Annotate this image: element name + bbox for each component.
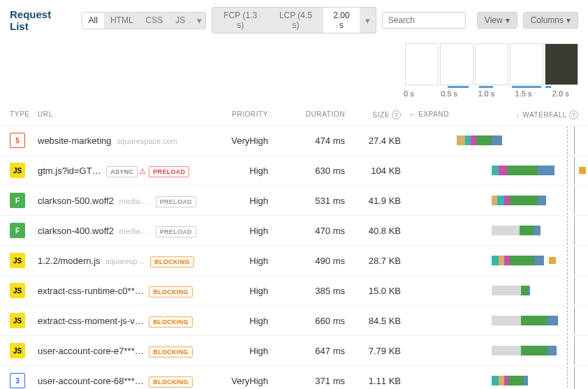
metric-group: FCP (1.3 s) LCP (4.5 s) 2.00 s ▾ [212, 7, 376, 34]
duration-cell: 371 ms [282, 376, 345, 386]
request-url: clarkson-500.woff2 [38, 196, 114, 206]
request-url: extract-css-moment-js-v… [38, 316, 144, 326]
url-cell: clarkson-500.woff2 media-… PRELOAD [38, 196, 219, 206]
filter-more-dropdown[interactable]: ▾ [191, 13, 206, 29]
filmstrip-frame[interactable] [475, 43, 508, 85]
request-domain: media-… [119, 227, 151, 235]
warning-icon: ⚠ [139, 167, 146, 175]
priority-cell: High [219, 346, 282, 356]
size-cell: 28.7 KB [345, 256, 401, 266]
duration-cell: 490 ms [282, 256, 345, 266]
filter-css[interactable]: CSS [140, 13, 170, 29]
table-row[interactable]: JS user-account-core-e7***… BLOCKING Hig… [0, 336, 588, 366]
waterfall-cell[interactable] [457, 133, 578, 147]
header-type[interactable]: TYPE [10, 110, 38, 119]
waterfall-cell[interactable] [457, 193, 578, 207]
tag-preload: PRELOAD [156, 226, 196, 237]
filter-js[interactable]: JS [169, 13, 191, 29]
search-input[interactable] [382, 12, 466, 29]
chevron-down-icon: ▾ [566, 15, 571, 25]
table-row[interactable]: 5 website-marketing squarespace.com Very… [0, 126, 588, 156]
request-url: extract-css-runtime-c0**… [38, 286, 144, 296]
request-domain: squarespace.com [117, 137, 177, 145]
type-badge: JS [10, 313, 25, 328]
filmstrip-frame[interactable] [545, 43, 578, 85]
help-icon[interactable]: ? [569, 110, 578, 119]
request-domain: media-… [119, 197, 151, 205]
priority-cell: High [219, 256, 282, 266]
table-row[interactable]: JS gtm.js?id=GT… ASYNC⚠PRELOAD High 630 … [0, 156, 588, 186]
type-badge: F [10, 193, 25, 208]
waterfall-cell[interactable] [457, 314, 578, 328]
priority-cell: High [219, 286, 282, 296]
metric-selected[interactable]: 2.00 s [323, 8, 360, 33]
request-url: user-account-core-e7***… [38, 346, 144, 356]
duration-cell: 474 ms [282, 135, 345, 146]
size-cell: 41.9 KB [345, 196, 401, 206]
duration-cell: 531 ms [282, 196, 345, 206]
size-cell: 27.4 KB [345, 135, 401, 146]
columns-button[interactable]: Columns ▾ [523, 12, 578, 29]
size-cell: 1.11 KB [345, 376, 401, 386]
request-url: website-marketing [38, 135, 112, 146]
type-badge: JS [10, 283, 25, 298]
type-badge: F [10, 223, 25, 238]
waterfall-cell[interactable] [457, 223, 578, 237]
header-expand[interactable]: ← EXPAND [401, 110, 457, 119]
filmstrip-frame[interactable] [440, 43, 473, 85]
size-cell: 15.0 KB [345, 286, 401, 296]
request-url: 1.2.2/modern.js [38, 256, 101, 266]
metric-dropdown[interactable]: ▾ [360, 8, 376, 33]
column-headers: TYPE URL PRIORITY DURATION SIZE? ← EXPAN… [0, 105, 588, 126]
header-duration[interactable]: DURATION [282, 110, 345, 119]
type-badge: 3 [10, 373, 25, 388]
metric-lcp[interactable]: LCP (4.5 s) [268, 8, 323, 33]
type-filter-group: All HTML CSS JS ▾ [82, 12, 207, 29]
waterfall-cell[interactable] [457, 344, 578, 358]
waterfall-cell[interactable] [457, 163, 578, 177]
duration-cell: 470 ms [282, 226, 345, 236]
table-row[interactable]: JS extract-css-runtime-c0**… BLOCKING Hi… [0, 276, 588, 306]
url-cell: extract-css-moment-js-v… BLOCKING [38, 316, 219, 326]
request-domain: squaresp… [105, 257, 145, 265]
chevron-down-icon: ▾ [506, 15, 510, 25]
filter-all[interactable]: All [82, 13, 104, 29]
url-cell: gtm.js?id=GT… ASYNC⚠PRELOAD [38, 166, 219, 176]
filmstrip-frame[interactable] [510, 43, 543, 85]
tag-blocking: BLOCKING [150, 256, 193, 267]
metric-fcp[interactable]: FCP (1.3 s) [212, 8, 268, 33]
header-priority[interactable]: PRIORITY [219, 110, 282, 119]
priority-cell: High [219, 226, 282, 236]
request-url: clarkson-400.woff2 [38, 226, 114, 236]
filmstrip-frame[interactable] [405, 43, 439, 85]
table-row[interactable]: F clarkson-500.woff2 media-… PRELOAD Hig… [0, 186, 588, 216]
url-cell: extract-css-runtime-c0**… BLOCKING [38, 286, 219, 296]
view-button[interactable]: View ▾ [477, 12, 517, 29]
url-cell: 1.2.2/modern.js squaresp… BLOCKING [38, 256, 219, 266]
page-title: Request List [10, 8, 72, 32]
table-row[interactable]: 3 user-account-core-68***… BLOCKING Very… [0, 366, 588, 389]
table-row[interactable]: JS 1.2.2/modern.js squaresp… BLOCKING Hi… [0, 246, 588, 276]
url-cell: user-account-core-e7***… BLOCKING [38, 346, 219, 356]
time-axis: 0 s 0.5 s 1.0 s 1.5 s 2.0 s [0, 85, 588, 105]
tag-preload: PRELOAD [149, 166, 189, 177]
duration-cell: 630 ms [282, 166, 345, 176]
tag-blocking: BLOCKING [149, 316, 192, 328]
header-url[interactable]: URL [38, 110, 219, 119]
waterfall-cell[interactable] [457, 254, 578, 267]
header-size[interactable]: SIZE? [345, 110, 401, 119]
waterfall-cell[interactable] [457, 374, 578, 388]
duration-cell: 660 ms [282, 316, 345, 326]
priority-cell: VeryHigh [219, 135, 282, 146]
table-row[interactable]: JS extract-css-moment-js-v… BLOCKING Hig… [0, 306, 588, 336]
help-icon[interactable]: ? [392, 110, 401, 119]
header-waterfall[interactable]: ↓ WATERFALL? [457, 110, 578, 119]
table-row[interactable]: F clarkson-400.woff2 media-… PRELOAD Hig… [0, 216, 588, 246]
request-url: user-account-core-68***… [38, 376, 144, 386]
waterfall-cell[interactable] [457, 284, 578, 298]
request-url: gtm.js?id=GT… [38, 166, 101, 176]
size-cell: 104 KB [345, 166, 401, 176]
duration-cell: 647 ms [282, 346, 345, 356]
size-cell: 7.79 KB [345, 346, 401, 356]
filter-html[interactable]: HTML [104, 13, 140, 29]
